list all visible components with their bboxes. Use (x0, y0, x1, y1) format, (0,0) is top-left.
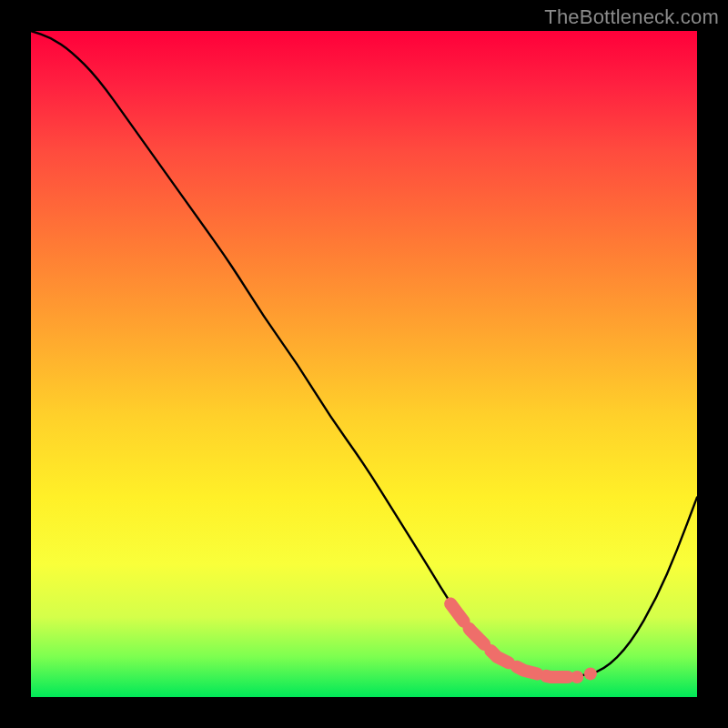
chart-frame: TheBottleneck.com (0, 0, 728, 728)
bottleneck-curve (31, 31, 697, 677)
plot-area (31, 31, 697, 697)
watermark-text: TheBottleneck.com (544, 5, 719, 29)
valley-highlight-band (450, 604, 577, 678)
valley-highlight-dot (584, 667, 597, 680)
curve-svg (31, 31, 697, 697)
